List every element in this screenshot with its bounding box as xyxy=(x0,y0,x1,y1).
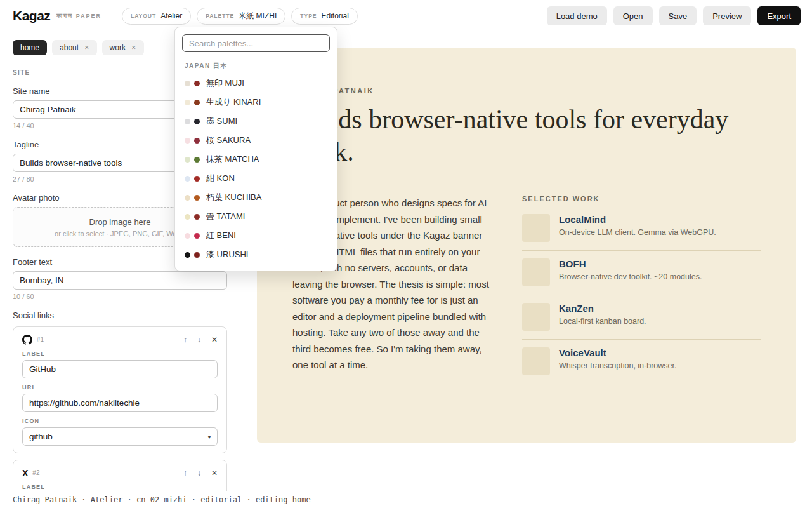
palette-color-dot xyxy=(185,100,190,105)
palette-color-dot xyxy=(194,157,200,163)
close-icon[interactable]: ✕ xyxy=(131,44,136,51)
move-down-icon[interactable]: ↓ xyxy=(197,469,201,478)
palette-color-dot xyxy=(194,100,200,105)
app-logo-subtitle: कागज़ PAPER xyxy=(56,13,102,20)
palette-color-dot xyxy=(185,81,190,86)
palette-option-matcha[interactable]: 抹茶 MATCHA xyxy=(175,150,337,169)
palette-pill[interactable]: PALETTE 米紙 MIZHI xyxy=(197,8,285,25)
close-icon[interactable]: ✕ xyxy=(84,44,89,51)
remove-icon[interactable]: ✕ xyxy=(211,335,218,344)
palette-color-dot xyxy=(185,119,190,124)
palette-pill-value: 米紙 MIZHI xyxy=(239,11,277,22)
footer-text-input[interactable] xyxy=(13,271,227,290)
url-caption: URL xyxy=(22,384,218,391)
palette-color-dot xyxy=(185,176,190,182)
palette-search-input[interactable] xyxy=(182,34,330,52)
tab-home-label: home xyxy=(20,43,39,52)
palette-option-tatami[interactable]: 畳 TATAMI xyxy=(175,207,337,226)
palette-color-dot xyxy=(185,252,190,258)
palette-color-dot xyxy=(194,214,200,220)
github-icon xyxy=(22,335,32,345)
save-button[interactable]: Save xyxy=(659,6,697,25)
palette-color-dot xyxy=(194,233,200,239)
preview-button[interactable]: Preview xyxy=(703,6,751,25)
footer-text-counter: 10 / 60 xyxy=(13,293,227,300)
move-up-icon[interactable]: ↑ xyxy=(183,469,187,478)
palette-option-label: 無印 MUJI xyxy=(206,77,244,89)
tab-work[interactable]: work ✕ xyxy=(102,40,144,55)
palette-dropdown: JAPAN 日本 無印 MUJI 生成り KINARI 墨 SUMI 桜 SAK… xyxy=(174,27,337,271)
palette-pill-key: PALETTE xyxy=(206,13,234,19)
palette-option-label: 紅 BENI xyxy=(206,230,236,241)
palette-color-dot xyxy=(194,195,200,201)
type-pill[interactable]: TYPE Editorial xyxy=(291,8,358,25)
tab-work-label: work xyxy=(110,43,126,52)
work-item: BOFH Browser-native dev toolkit. ~20 mod… xyxy=(522,251,761,295)
palette-color-dot xyxy=(185,138,190,144)
export-button[interactable]: Export xyxy=(757,6,801,25)
work-thumbnail xyxy=(522,303,550,331)
palette-option-beni[interactable]: 紅 BENI xyxy=(175,226,337,245)
site-preview-panel: CHIRAG PATNAIK Builds browser-native too… xyxy=(257,48,796,443)
palette-option-kuchiba[interactable]: 朽葉 KUCHIBA xyxy=(175,188,337,207)
palette-option-urushi[interactable]: 漆 URUSHI xyxy=(175,245,337,264)
palette-color-dot xyxy=(185,195,190,201)
work-description: Browser-native dev toolkit. ~20 modules. xyxy=(559,272,702,281)
palette-option-label: 墨 SUMI xyxy=(206,116,237,127)
label-caption: LABEL xyxy=(22,351,218,357)
work-title-link[interactable]: BOFH xyxy=(559,258,702,269)
preview-eyebrow: CHIRAG PATNAIK xyxy=(292,87,761,95)
work-thumbnail xyxy=(522,347,550,375)
social-icon-select[interactable]: github xyxy=(22,427,218,446)
social-url-input[interactable] xyxy=(22,394,218,412)
work-description: On-device LLM client. Gemma via WebGPU. xyxy=(559,228,716,237)
statusbar: Chirag Patnaik · Atelier · cn-02-mizhi ·… xyxy=(0,491,812,508)
config-pills: LAYOUT Atelier PALETTE 米紙 MIZHI TYPE Edi… xyxy=(122,8,358,25)
layout-pill-value: Atelier xyxy=(160,11,182,20)
remove-icon[interactable]: ✕ xyxy=(211,469,218,478)
palette-option-label: 畳 TATAMI xyxy=(206,211,245,222)
move-down-icon[interactable]: ↓ xyxy=(197,335,201,344)
topbar-actions: Load demo Open Save Preview Export xyxy=(547,6,801,25)
palette-color-dot xyxy=(194,252,200,258)
palette-color-dot xyxy=(185,157,190,163)
palette-color-dot xyxy=(194,138,200,144)
tab-about-label: about xyxy=(60,43,79,52)
palette-option-kon[interactable]: 紺 KON xyxy=(175,169,337,188)
selected-work-heading: SELECTED WORK xyxy=(522,195,761,203)
palette-option-label: 生成り KINARI xyxy=(206,97,261,108)
tab-home[interactable]: home xyxy=(13,40,47,55)
x-logo-icon: X xyxy=(22,468,28,478)
icon-caption: ICON xyxy=(22,418,218,424)
work-thumbnail xyxy=(522,258,550,286)
work-item: LocalMind On-device LLM client. Gemma vi… xyxy=(522,206,761,251)
layout-pill[interactable]: LAYOUT Atelier xyxy=(122,8,191,25)
palette-color-dot xyxy=(194,176,200,182)
social-label-input[interactable] xyxy=(22,360,218,378)
selected-work-section: SELECTED WORK LocalMind On-device LLM cl… xyxy=(522,195,761,384)
palette-option-label: 抹茶 MATCHA xyxy=(206,154,259,165)
statusbar-text: Chirag Patnaik · Atelier · cn-02-mizhi ·… xyxy=(13,495,311,504)
palette-option-muji[interactable]: 無印 MUJI xyxy=(175,74,337,93)
label-caption: LABEL xyxy=(22,484,218,490)
palette-option-sumi[interactable]: 墨 SUMI xyxy=(175,112,337,131)
palette-option-label: 紺 KON xyxy=(206,173,235,184)
tab-about[interactable]: about ✕ xyxy=(52,40,97,55)
social-index: #1 xyxy=(37,336,44,343)
load-demo-button[interactable]: Load demo xyxy=(547,6,607,25)
open-button[interactable]: Open xyxy=(613,6,653,25)
work-thumbnail xyxy=(522,214,550,242)
work-title-link[interactable]: KanZen xyxy=(559,303,646,314)
work-title-link[interactable]: VoiceVault xyxy=(559,347,676,358)
palette-option-sakura[interactable]: 桜 SAKURA xyxy=(175,131,337,150)
layout-pill-key: LAYOUT xyxy=(131,13,156,19)
palette-option-label: 朽葉 KUCHIBA xyxy=(206,192,261,203)
palette-option-label: 桜 SAKURA xyxy=(206,135,251,146)
move-up-icon[interactable]: ↑ xyxy=(183,335,187,344)
palette-color-dot xyxy=(185,233,190,239)
work-item: KanZen Local-first kanban board. xyxy=(522,295,761,340)
palette-color-dot xyxy=(194,81,200,86)
work-title-link[interactable]: LocalMind xyxy=(559,214,716,225)
palette-option-label: 漆 URUSHI xyxy=(206,249,248,260)
palette-option-kinari[interactable]: 生成り KINARI xyxy=(175,93,337,112)
